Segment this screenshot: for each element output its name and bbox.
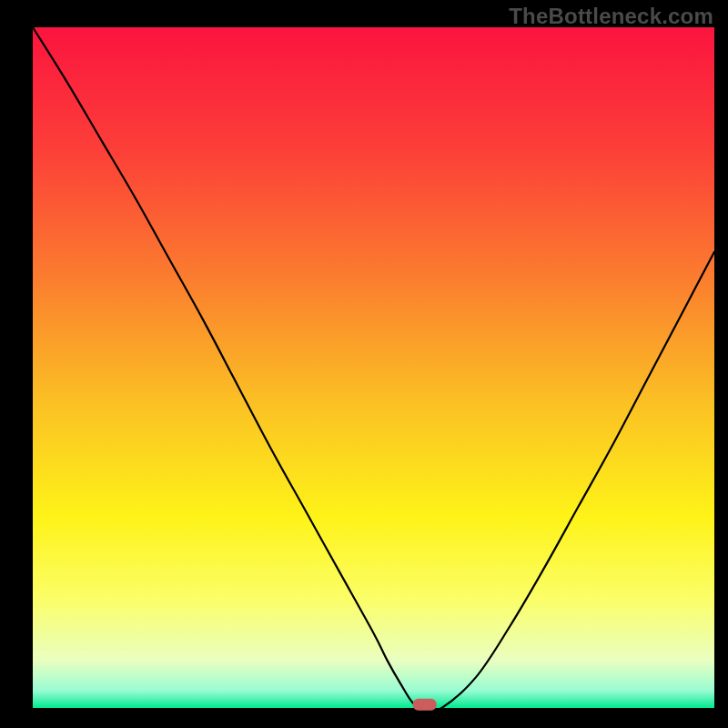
minimum-marker (413, 699, 437, 711)
watermark-text: TheBottleneck.com (509, 4, 713, 29)
chart-frame: TheBottleneck.com (0, 0, 728, 728)
bottleneck-chart (0, 0, 728, 728)
plot-gradient-background (33, 27, 714, 708)
